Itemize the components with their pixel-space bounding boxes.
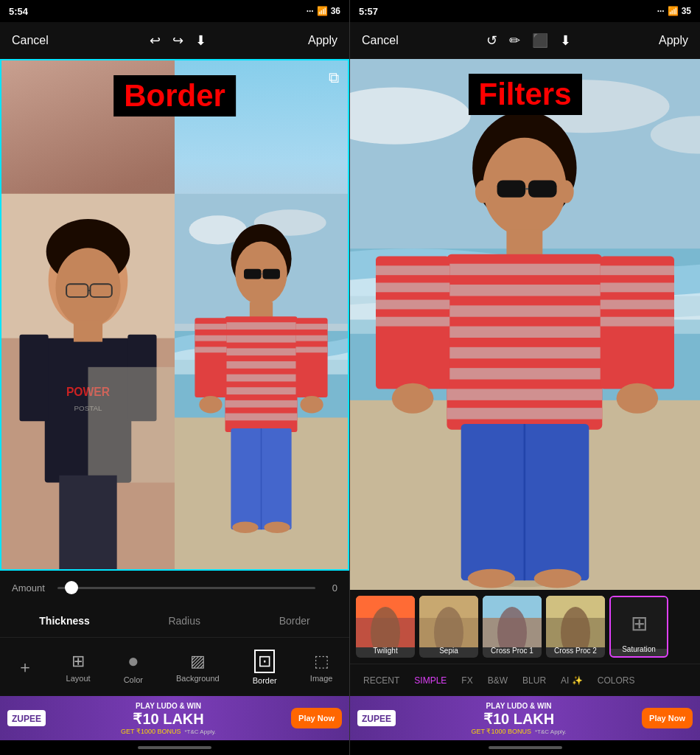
ad-text-right: PLAY LUDO & WIN ₹10 LAKH GET ₹1000 BONUS… (472, 702, 567, 735)
download-icon-left[interactable]: ⬇ (195, 32, 206, 49)
photo-right-half (175, 60, 348, 569)
crop-icon-right[interactable]: ⬛ (532, 32, 548, 49)
filter-saturation-label: Saturation (611, 645, 667, 653)
add-icon: ＋ (17, 656, 33, 678)
cat-blur[interactable]: BLUR (515, 672, 553, 689)
svg-rect-77 (376, 265, 449, 275)
svg-rect-70 (447, 305, 602, 316)
refresh-icon-right[interactable]: ↺ (486, 32, 497, 49)
svg-point-49 (232, 521, 258, 533)
slider-track[interactable] (57, 587, 315, 589)
border-button[interactable]: ⊡ Border (253, 650, 277, 685)
ad-cta-left[interactable]: Play Now (291, 708, 342, 728)
apply-button-right[interactable]: Apply (659, 34, 688, 47)
tabs-row-left: Thickness Radius Border (0, 605, 349, 637)
background-button[interactable]: ▨ Background (176, 652, 220, 683)
ad-logo-right: ZUPEE (362, 714, 391, 724)
battery-left: 36 (331, 6, 340, 16)
svg-point-90 (468, 569, 515, 588)
slider-thumb[interactable] (65, 581, 78, 594)
slider-label: Amount (12, 582, 50, 594)
layout-button[interactable]: ⊞ Layout (66, 652, 91, 683)
person-left-svg: POWER POSTAL (1, 60, 175, 569)
svg-point-50 (264, 521, 290, 533)
svg-rect-41 (195, 347, 226, 352)
slider-value: 0 (323, 582, 337, 594)
wifi-icon: 📶 (317, 6, 328, 16)
undo-icon-left[interactable]: ↩ (150, 32, 161, 49)
filter-twilight-label: Twilight (356, 647, 415, 655)
image-button[interactable]: ⬚ Image (310, 652, 333, 683)
cat-simple[interactable]: SIMPLE (407, 672, 454, 689)
filter-cross2[interactable]: Cross Proc 2 (546, 596, 605, 658)
svg-rect-32 (225, 361, 298, 369)
svg-rect-30 (225, 335, 298, 343)
cancel-button-right[interactable]: Cancel (362, 34, 399, 47)
eraser-icon-right[interactable]: ✏ (509, 32, 520, 49)
time-right: 5:57 (359, 6, 378, 17)
svg-rect-38 (296, 318, 328, 397)
photo-left-half: POWER POSTAL (1, 60, 175, 569)
filter-cross1-preview (483, 596, 542, 647)
filter-cross1[interactable]: Cross Proc 1 (483, 596, 542, 658)
svg-rect-79 (376, 300, 449, 310)
canvas-right: Filters (350, 59, 700, 590)
tab-thickness[interactable]: Thickness (33, 612, 95, 630)
layer-icon-left[interactable]: ⧉ (329, 69, 339, 86)
svg-rect-25 (262, 269, 279, 279)
color-button[interactable]: ● Color (124, 650, 143, 684)
filter-saturation-icon: ⊞ (631, 611, 648, 636)
battery-right: 35 (682, 6, 691, 16)
cat-ai[interactable]: AI ✨ (553, 672, 590, 689)
svg-rect-31 (225, 348, 298, 355)
cat-fx[interactable]: FX (454, 672, 480, 689)
filter-cross2-preview (546, 596, 605, 647)
cancel-button-left[interactable]: Cancel (12, 34, 49, 47)
add-button[interactable]: ＋ (17, 656, 33, 678)
layout-label: Layout (66, 674, 91, 683)
filter-saturation-preview: ⊞ (611, 597, 667, 649)
svg-point-64 (475, 181, 491, 203)
filter-cross1-label: Cross Proc 1 (483, 647, 542, 655)
svg-rect-37 (195, 318, 226, 397)
ad-cta-right[interactable]: Play Now (642, 708, 693, 728)
apply-button-left[interactable]: Apply (308, 34, 337, 47)
svg-rect-34 (225, 387, 298, 394)
filter-saturation[interactable]: ⊞ Saturation (609, 596, 668, 658)
wifi-icon-right: 📶 (668, 6, 679, 16)
svg-rect-85 (601, 317, 674, 327)
cat-recent[interactable]: RECENT (356, 672, 407, 689)
toolbar-left: Cancel ↩ ↪ ⬇ Apply (0, 22, 349, 59)
svg-rect-62 (528, 181, 557, 198)
filter-sepia[interactable]: Sepia (419, 596, 478, 658)
filter-twilight[interactable]: Twilight (356, 596, 415, 658)
right-panel: 5:57 ··· 📶 35 Cancel ↺ ✏ ⬛ ⬇ Apply Filte… (350, 0, 700, 755)
svg-point-91 (534, 569, 581, 588)
svg-rect-39 (195, 324, 226, 330)
filter-strip: Twilight Sepia Cross Proc 1 (350, 590, 700, 664)
svg-rect-83 (601, 282, 674, 292)
svg-point-45 (199, 396, 222, 414)
photo-container-left: POWER POSTAL (1, 60, 348, 569)
filter-cross2-label: Cross Proc 2 (546, 647, 605, 655)
svg-rect-24 (244, 269, 262, 279)
svg-rect-13 (74, 320, 102, 341)
border-label-btn: Border (253, 676, 277, 685)
color-icon: ● (127, 650, 139, 672)
svg-rect-67 (447, 254, 602, 430)
svg-rect-44 (296, 347, 328, 352)
filter-sepia-label: Sepia (419, 647, 478, 655)
download-icon-right[interactable]: ⬇ (560, 32, 571, 49)
ad-banner-left[interactable]: ZUPEE PLAY LUDO & WIN ₹10 LAKH GET ₹1000… (0, 696, 349, 740)
border-icon: ⊡ (254, 650, 275, 673)
tab-radius[interactable]: Radius (162, 612, 206, 630)
cat-bw[interactable]: B&W (480, 672, 515, 689)
person-right-svg (175, 60, 348, 569)
redo-icon-left[interactable]: ↪ (172, 32, 183, 49)
tab-border[interactable]: Border (273, 612, 316, 630)
time-left: 5:54 (9, 6, 28, 17)
ad-banner-right[interactable]: ZUPEE PLAY LUDO & WIN ₹10 LAKH GET ₹1000… (350, 696, 700, 740)
svg-rect-73 (447, 368, 602, 379)
cat-colors[interactable]: COLORS (590, 672, 643, 689)
left-panel: 5:54 ··· 📶 36 Cancel ↩ ↪ ⬇ Apply Border … (0, 0, 350, 755)
